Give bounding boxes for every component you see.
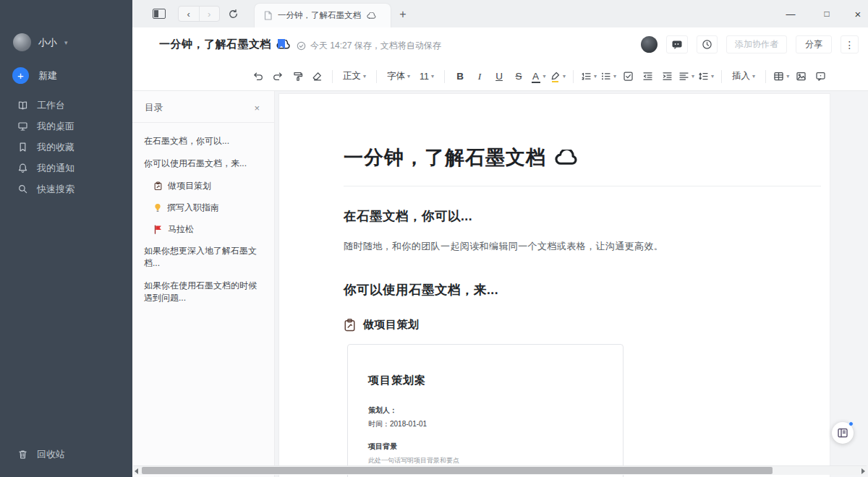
underline-button[interactable]: U bbox=[491, 68, 507, 85]
sidebar-item-label: 我的通知 bbox=[37, 162, 75, 175]
add-collaborator-button[interactable]: 添加协作者 bbox=[726, 35, 787, 53]
sidebar-toggle-icon[interactable] bbox=[153, 9, 166, 19]
redo-icon bbox=[272, 71, 284, 82]
eraser-icon bbox=[312, 71, 323, 82]
back-button[interactable]: ‹ bbox=[179, 7, 200, 21]
italic-button[interactable]: I bbox=[472, 68, 488, 85]
cloud-icon bbox=[367, 12, 377, 20]
sidebar-item-label: 快速搜索 bbox=[37, 183, 75, 196]
close-icon[interactable]: × bbox=[254, 103, 260, 113]
new-tab-button[interactable]: + bbox=[395, 7, 411, 22]
outline-item-label: 做项目策划 bbox=[168, 180, 211, 192]
align-dropdown[interactable]: ▾ bbox=[678, 68, 694, 85]
sidebar-item-trash[interactable]: 回收站 bbox=[0, 444, 132, 465]
window-maximize-button[interactable]: □ bbox=[816, 0, 838, 27]
card-field-value: 时间：2018-01-01 bbox=[368, 419, 603, 429]
scroll-left-arrow-icon[interactable] bbox=[135, 468, 138, 474]
card-title: 项目策划案 bbox=[368, 374, 603, 387]
insert-image-button[interactable] bbox=[793, 68, 809, 85]
redo-button[interactable] bbox=[270, 68, 286, 85]
cloud-icon bbox=[555, 150, 579, 166]
refresh-icon bbox=[228, 9, 239, 20]
sidebar-item-label: 回收站 bbox=[37, 448, 65, 461]
share-button[interactable]: 分享 bbox=[796, 35, 832, 53]
outline-items: 在石墨文档，你可以... 你可以使用石墨文档，来... 做项目策划 撰写入职指南… bbox=[132, 123, 274, 304]
sidebar-item-label: 工作台 bbox=[37, 99, 65, 112]
embedded-template-card[interactable]: 项目策划案 策划人： 时间：2018-01-01 项目背景 此处一句话写明项目背… bbox=[347, 344, 624, 477]
font-size-dropdown[interactable]: 11 ▾ bbox=[417, 68, 437, 85]
notebook-icon bbox=[837, 428, 848, 438]
sidebar-item-desktop[interactable]: 我的桌面 bbox=[0, 116, 132, 137]
sidebar-item-workbench[interactable]: 工作台 bbox=[0, 95, 132, 116]
toolbar-divider bbox=[376, 70, 377, 83]
section-heading: 在石墨文档，你可以... bbox=[344, 207, 821, 225]
bold-button[interactable]: B bbox=[452, 68, 468, 85]
bullet-list-dropdown[interactable]: ▾ bbox=[600, 68, 616, 85]
task-list-button[interactable] bbox=[620, 68, 636, 85]
horizontal-scrollbar[interactable] bbox=[133, 465, 867, 475]
workbench-icon bbox=[17, 100, 28, 111]
comments-button[interactable] bbox=[666, 35, 688, 53]
outline-item[interactable]: 如果你想更深入地了解石墨文档... bbox=[144, 245, 257, 270]
document-page[interactable]: 一分钟，了解石墨文档 在石墨文档，你可以... 随时随地，和你的团队一起阅读和编… bbox=[279, 94, 830, 477]
window-close-button[interactable]: × bbox=[847, 0, 868, 27]
user-name: 小小 bbox=[38, 36, 57, 49]
outline-item-label: 马拉松 bbox=[168, 223, 194, 236]
chevron-down-icon: ▾ bbox=[563, 73, 566, 80]
toolbar-divider bbox=[765, 70, 766, 83]
sidebar-item-favorites[interactable]: 我的收藏 bbox=[0, 137, 132, 158]
paragraph-style-dropdown[interactable]: 正文 ▾ bbox=[340, 68, 369, 85]
undo-button[interactable] bbox=[250, 68, 266, 85]
text-color-dropdown[interactable]: A ▾ bbox=[530, 68, 546, 85]
outline-item[interactable]: 在石墨文档，你可以... bbox=[144, 135, 257, 147]
ordered-list-icon bbox=[581, 71, 592, 82]
format-painter-button[interactable] bbox=[289, 68, 305, 85]
outline-item[interactable]: 马拉松 bbox=[144, 223, 257, 236]
highlight-color-dropdown[interactable]: ▾ bbox=[550, 68, 566, 85]
sidebar-trash: 回收站 bbox=[0, 444, 132, 465]
line-spacing-dropdown[interactable]: ▾ bbox=[698, 68, 714, 85]
clear-format-button[interactable] bbox=[309, 68, 325, 85]
outline-item[interactable]: 做项目策划 bbox=[144, 180, 257, 192]
toolbar-divider bbox=[332, 70, 333, 83]
chevron-down-icon: ▾ bbox=[752, 73, 755, 80]
history-button[interactable] bbox=[697, 35, 718, 53]
user-account-menu[interactable]: 小小 ▾ bbox=[13, 33, 68, 51]
indent-button[interactable] bbox=[659, 68, 675, 85]
comment-button[interactable] bbox=[812, 68, 828, 85]
refresh-button[interactable] bbox=[225, 6, 241, 22]
window-minimize-button[interactable]: — bbox=[780, 0, 801, 27]
font-family-dropdown[interactable]: 字体 ▾ bbox=[384, 68, 413, 85]
insert-table-dropdown[interactable]: ▾ bbox=[773, 68, 789, 85]
sidebar-item-search[interactable]: 快速搜索 bbox=[0, 179, 132, 199]
insert-dropdown[interactable]: 插入 ▾ bbox=[729, 68, 758, 85]
strikethrough-button[interactable]: S bbox=[511, 68, 527, 85]
scroll-right-arrow-icon[interactable] bbox=[861, 468, 865, 474]
document-title: 一分钟，了解石墨文档 bbox=[159, 38, 271, 51]
help-announcement-button[interactable] bbox=[832, 422, 854, 444]
toolbar-divider bbox=[573, 70, 574, 83]
outline-panel: 目录 × 在石墨文档，你可以... 你可以使用石墨文档，来... 做项目策划 撰… bbox=[132, 91, 275, 477]
collaborator-avatar[interactable] bbox=[641, 36, 658, 53]
sidebar-item-notifications[interactable]: 我的通知 bbox=[0, 158, 132, 179]
outline-item[interactable]: 撰写入职指南 bbox=[144, 202, 257, 214]
checkbox-icon bbox=[623, 71, 634, 82]
forward-button[interactable]: › bbox=[200, 7, 220, 21]
clipboard-icon bbox=[344, 318, 356, 332]
outline-item[interactable]: 如果你在使用石墨文档的时候遇到问题... bbox=[144, 280, 257, 304]
title-divider bbox=[344, 186, 821, 186]
card-placeholder-text: 此处一句话写明项目背景和要点 bbox=[368, 456, 603, 465]
ordered-list-dropdown[interactable]: ▾ bbox=[581, 68, 597, 85]
sidebar-nav: 工作台 我的桌面 我的收藏 我的通知 快速搜索 bbox=[0, 95, 132, 199]
outline-item[interactable]: 你可以使用石墨文档，来... bbox=[144, 158, 257, 170]
scrollbar-thumb[interactable] bbox=[142, 467, 773, 474]
outline-header: 目录 × bbox=[132, 91, 274, 123]
window-titlebar: ‹ › 一分钟，了解石墨文档 + — □ × bbox=[132, 0, 868, 27]
document-title-row: 一分钟，了解石墨文档 bbox=[159, 38, 292, 51]
highlighter-icon bbox=[550, 71, 561, 82]
more-menu-button[interactable]: ⋮ bbox=[841, 35, 859, 53]
tab-active-document[interactable]: 一分钟，了解石墨文档 bbox=[255, 4, 391, 27]
outdent-button[interactable] bbox=[639, 68, 655, 85]
new-doc-button[interactable]: + 新建 bbox=[12, 67, 57, 84]
clipboard-icon bbox=[153, 181, 163, 191]
